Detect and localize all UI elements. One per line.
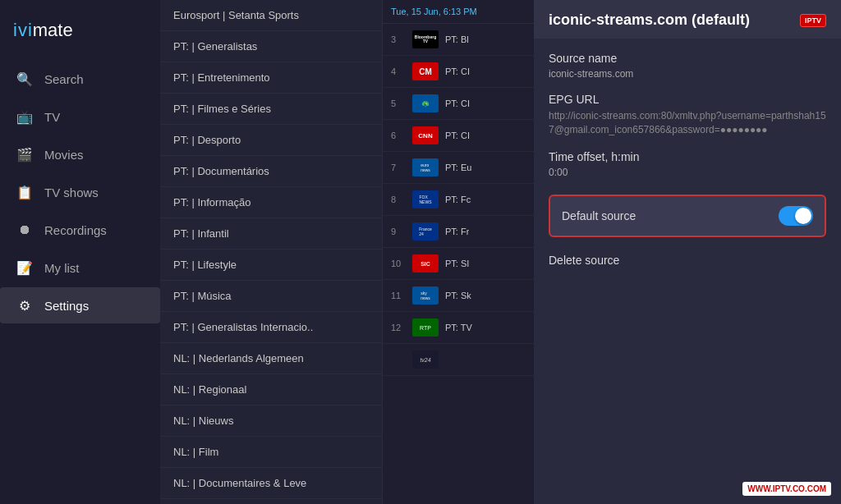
list-item[interactable]: Eurosport | Setanta Sports <box>160 0 382 31</box>
default-source-toggle[interactable] <box>779 206 813 226</box>
channel-logo-fox: FOXNEWS <box>412 190 439 208</box>
app-logo: ivi mate <box>0 8 160 61</box>
sidebar-item-search[interactable]: 🔍 Search <box>0 61 160 97</box>
source-name-field: Source name iconic-streams.com <box>549 52 826 80</box>
channel-logo-cnbc: 🦚 <box>412 94 439 112</box>
sidebar-item-tv[interactable]: 📺 TV <box>0 99 160 135</box>
settings-panel: iconic-streams.com (default) IPTV Source… <box>534 0 841 504</box>
list-item[interactable]: PT: | Generalistas <box>160 31 382 62</box>
watermark: WWW.IPTV.CO.COM <box>742 482 831 496</box>
sidebar-item-label-search: Search <box>44 72 84 86</box>
list-item[interactable]: PT: | Documentários <box>160 156 382 187</box>
source-name-value: iconic-streams.com <box>549 68 826 80</box>
list-item[interactable]: PT: | Infantil <box>160 218 382 250</box>
stream-channel-name: PT: Sk <box>445 291 471 300</box>
stream-channel-name: PT: Fc <box>445 195 471 204</box>
stream-item-5[interactable]: 5 🦚 PT: CI <box>383 88 534 120</box>
stream-channel-name: PT: CI <box>445 66 470 76</box>
stream-item-7[interactable]: 7 euronews PT: Eu <box>383 152 534 184</box>
stream-number: 11 <box>391 291 406 300</box>
epg-url-label: EPG URL <box>549 93 826 106</box>
stream-item-4[interactable]: 4 CM PT: CI <box>383 56 534 88</box>
sidebar-item-label-tv: TV <box>44 110 60 124</box>
channel-list-panel: Eurosport | Setanta Sports PT: | General… <box>160 0 382 504</box>
stream-item-11[interactable]: 11 skynews PT: Sk <box>383 280 534 312</box>
logo-ivi-text: ivi <box>13 20 33 41</box>
iptv-badge: IPTV <box>800 14 826 27</box>
default-source-row[interactable]: Default source <box>549 195 826 237</box>
source-name-label: Source name <box>549 52 826 65</box>
stream-number: 12 <box>391 323 406 332</box>
channel-logo-cm: CM <box>412 62 439 80</box>
settings-dialog-title: iconic-streams.com (default) <box>549 11 750 29</box>
list-item[interactable]: PT: | Filmes e Séries <box>160 94 382 125</box>
list-item[interactable]: PT: | Desporto <box>160 125 382 156</box>
sidebar-item-label-mylist: My list <box>44 261 80 275</box>
stream-number: 3 <box>391 34 406 44</box>
list-item[interactable]: PT: | Informação <box>160 187 382 218</box>
search-icon: 🔍 <box>16 71 33 87</box>
sidebar-item-movies[interactable]: 🎬 Movies <box>0 136 160 172</box>
list-item[interactable]: PT: | Entretenimento <box>160 62 382 94</box>
sidebar: ivi mate 🔍 Search 📺 TV 🎬 Movies 📋 TV sho… <box>0 0 160 504</box>
sidebar-item-settings[interactable]: ⚙ Settings <box>0 287 160 323</box>
movies-icon: 🎬 <box>16 146 33 163</box>
sidebar-item-mylist[interactable]: 📝 My list <box>0 250 160 286</box>
epg-url-field: EPG URL http://iconic-streams.com:80/xml… <box>549 93 826 137</box>
delete-source-button[interactable]: Delete source <box>549 250 826 270</box>
stream-item-8[interactable]: 8 FOXNEWS PT: Fc <box>383 184 534 216</box>
list-item[interactable]: NL: | Regionaal <box>160 374 382 405</box>
default-source-label: Default source <box>562 209 636 222</box>
list-item[interactable]: PT: | Generalistas Internacio.. <box>160 312 382 343</box>
list-item[interactable]: NL: | Documentaires & Leve <box>160 468 382 499</box>
time-offset-value: 0:00 <box>549 167 826 178</box>
sidebar-nav: 🔍 Search 📺 TV 🎬 Movies 📋 TV shows ⏺ Reco… <box>0 61 160 504</box>
stream-number: 5 <box>391 99 406 108</box>
sidebar-item-label-recordings: Recordings <box>44 223 107 237</box>
list-item[interactable]: NL: | Nieuws <box>160 405 382 437</box>
channel-logo-france24: France24 <box>412 222 439 241</box>
channel-logo-cnn: CNN <box>412 126 439 144</box>
stream-number: 8 <box>391 195 406 204</box>
time-offset-field: Time offset, h:min 0:00 <box>549 150 826 178</box>
list-item[interactable]: PT: | Música <box>160 281 382 312</box>
settings-icon: ⚙ <box>16 297 33 314</box>
stream-channel-name: PT: Bl <box>445 34 469 44</box>
logo-mate-text: mate <box>33 20 73 41</box>
channel-logo-sky: skynews <box>412 286 439 305</box>
stream-item-m24[interactable]: tv24 <box>383 344 534 376</box>
sidebar-item-recordings[interactable]: ⏺ Recordings <box>0 212 160 248</box>
stream-list-panel: Tue, 15 Jun, 6:13 PM 3 BloombergTV PT: B… <box>382 0 534 504</box>
toggle-knob <box>795 208 811 224</box>
stream-number: 10 <box>391 259 406 268</box>
tv-icon: 📺 <box>16 108 33 125</box>
epg-url-value: http://iconic-streams.com:80/xmltv.php?u… <box>549 109 826 137</box>
stream-channel-name: PT: Eu <box>445 163 471 172</box>
stream-channel-name: PT: Fr <box>445 227 469 236</box>
settings-header: iconic-streams.com (default) IPTV <box>534 0 841 39</box>
stream-item-3[interactable]: 3 BloombergTV PT: Bl <box>383 24 534 56</box>
channel-logo-euronews: euronews <box>412 158 439 176</box>
stream-number: 6 <box>391 131 406 140</box>
sidebar-item-label-settings: Settings <box>44 299 89 313</box>
recordings-icon: ⏺ <box>16 222 33 238</box>
channel-logo-m24: tv24 <box>412 351 439 369</box>
stream-channel-name: PT: CI <box>445 99 470 108</box>
sidebar-item-tvshows[interactable]: 📋 TV shows <box>0 174 160 210</box>
stream-item-9[interactable]: 9 France24 PT: Fr <box>383 216 534 248</box>
stream-channel-name: PT: CI <box>445 131 470 140</box>
stream-item-10[interactable]: 10 SIC PT: SI <box>383 248 534 280</box>
stream-channel-name: PT: TV <box>445 323 472 332</box>
list-item[interactable]: PT: | Lifestyle <box>160 250 382 281</box>
time-offset-label: Time offset, h:min <box>549 150 826 163</box>
stream-item-6[interactable]: 6 CNN PT: CI <box>383 120 534 152</box>
channel-logo-bloomberg: BloombergTV <box>412 30 439 48</box>
list-item[interactable]: NL: | Film <box>160 437 382 468</box>
settings-body: Source name iconic-streams.com EPG URL h… <box>534 39 841 504</box>
stream-header: Tue, 15 Jun, 6:13 PM <box>383 0 534 24</box>
list-item[interactable]: NL: | Nederlands Algemeen <box>160 343 382 374</box>
stream-item-12[interactable]: 12 RTP PT: TV <box>383 312 534 344</box>
stream-number: 4 <box>391 66 406 76</box>
sidebar-item-label-movies: Movies <box>44 148 84 162</box>
stream-number: 7 <box>391 163 406 172</box>
